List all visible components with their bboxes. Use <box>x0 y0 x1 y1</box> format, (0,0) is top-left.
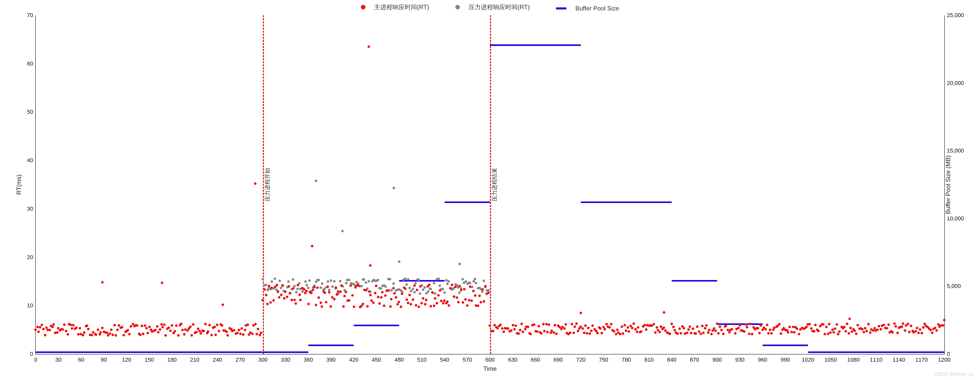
data-point <box>654 331 657 334</box>
data-point <box>278 280 281 282</box>
data-point <box>787 331 789 334</box>
data-point <box>436 302 438 304</box>
y-axis-left-label: RT(ms) <box>15 174 22 195</box>
data-point <box>257 328 259 330</box>
data-point <box>295 291 298 293</box>
data-point <box>362 303 364 305</box>
data-point <box>236 332 239 334</box>
data-point <box>636 331 638 333</box>
data-point <box>395 296 397 299</box>
data-point <box>664 329 667 332</box>
data-point <box>538 325 540 328</box>
data-point <box>383 304 385 307</box>
legend-label: Buffer Pool Size <box>575 5 619 12</box>
y-left-tick: 20 <box>19 254 33 261</box>
data-point <box>880 328 882 331</box>
data-point <box>320 301 322 304</box>
data-point <box>737 327 740 329</box>
data-point <box>824 333 826 336</box>
x-tick: 210 <box>190 356 200 363</box>
data-point <box>34 328 37 331</box>
data-point <box>366 305 369 307</box>
data-point <box>714 329 717 332</box>
data-point <box>720 329 723 331</box>
data-point <box>461 278 464 280</box>
x-tick: 120 <box>122 356 131 363</box>
data-point <box>780 332 782 335</box>
data-point <box>357 284 360 287</box>
data-point <box>210 334 213 336</box>
data-point <box>627 326 629 329</box>
data-point <box>616 328 619 331</box>
data-point <box>118 324 120 327</box>
data-point <box>581 327 584 330</box>
data-point <box>692 328 694 330</box>
data-point <box>405 283 408 286</box>
data-point-outlier <box>341 230 344 232</box>
data-point <box>161 326 164 328</box>
data-point <box>904 329 906 332</box>
data-point <box>334 287 337 289</box>
data-point <box>333 280 336 283</box>
data-point <box>702 331 705 334</box>
data-point <box>283 297 286 300</box>
data-point <box>676 332 679 335</box>
data-point <box>517 332 520 335</box>
data-point <box>270 280 273 283</box>
data-point <box>474 294 476 297</box>
x-tick: 30 <box>56 356 62 363</box>
data-point <box>390 289 393 291</box>
data-point <box>501 327 504 330</box>
data-point <box>387 289 390 292</box>
data-point <box>307 303 310 305</box>
data-point <box>408 294 411 296</box>
data-point <box>175 325 178 327</box>
data-point <box>365 281 367 284</box>
data-point <box>484 285 487 287</box>
data-point <box>277 290 279 293</box>
legend-item-main: 主进程响应时间(RT) <box>355 3 435 11</box>
data-point <box>814 324 817 326</box>
data-point <box>869 331 872 334</box>
data-point <box>613 330 615 332</box>
data-point <box>448 304 450 307</box>
data-point <box>99 333 101 336</box>
data-point <box>734 332 737 335</box>
data-point <box>316 287 319 289</box>
data-point <box>738 324 741 326</box>
data-point <box>731 328 733 331</box>
x-tick: 750 <box>599 356 608 363</box>
data-point <box>610 323 612 325</box>
data-point <box>698 330 700 333</box>
x-tick: 270 <box>235 356 245 363</box>
data-point <box>454 286 457 288</box>
data-point <box>670 323 673 325</box>
data-point <box>822 323 824 326</box>
data-point <box>42 328 45 330</box>
data-point <box>637 326 639 329</box>
data-point <box>437 294 440 297</box>
x-tick: 660 <box>531 356 540 363</box>
data-point <box>384 285 387 288</box>
data-point <box>536 330 538 333</box>
data-point <box>380 287 382 290</box>
data-point <box>474 278 476 280</box>
data-point <box>457 301 460 304</box>
data-point <box>690 332 692 334</box>
data-point <box>438 284 441 287</box>
data-point-outlier <box>161 282 163 284</box>
data-point <box>171 324 173 327</box>
data-point <box>407 278 409 280</box>
data-point <box>922 326 924 329</box>
y-left-tick: 40 <box>19 157 33 164</box>
x-tick: 1110 <box>870 356 883 363</box>
data-point <box>589 332 591 335</box>
data-point <box>320 287 322 289</box>
data-point <box>413 284 416 287</box>
data-point <box>466 304 469 307</box>
data-point <box>548 323 550 326</box>
data-point <box>148 326 151 328</box>
data-point <box>278 296 280 299</box>
x-tick: 150 <box>145 356 154 363</box>
data-point <box>583 331 585 334</box>
